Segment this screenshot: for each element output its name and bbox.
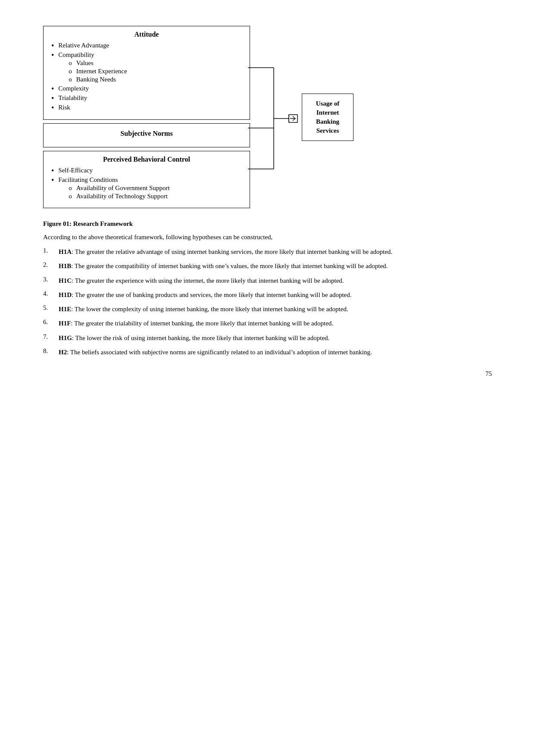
attitude-box: Attitude Relative Advantage Compatibilit… [43, 26, 250, 120]
subjective-norms-title: Subjective Norms [51, 130, 242, 137]
hypothesis-item: 8.H2: The beliefs associated with subjec… [43, 347, 492, 357]
attitude-list: Relative Advantage Compatibility Values … [51, 42, 242, 112]
outcome-box: Usage of Internet Banking Services [302, 94, 354, 141]
sub-item: Availability of Technology Support [58, 193, 169, 200]
hyp-content: : The lower the complexity of using inte… [71, 306, 348, 312]
list-item: Risk [51, 104, 242, 112]
sub-list: Values Internet Experience Banking Needs [58, 59, 127, 83]
hyp-content: : The greater the compatibility of inter… [71, 262, 388, 269]
sub-item: Banking Needs [58, 76, 127, 83]
item-label: Compatibility Values Internet Experience… [58, 51, 127, 84]
sub-item: Availability of Government Support [58, 184, 169, 192]
intro-text: According to the above theoretical frame… [43, 234, 492, 241]
hyp-content: : The greater the use of banking product… [72, 291, 352, 298]
hyp-number: 7. [43, 333, 59, 341]
hyp-number: 4. [43, 290, 59, 297]
hyp-text: H1A: The greater the relative advantage … [59, 247, 392, 257]
hyp-number: 3. [43, 276, 59, 283]
connector-svg [248, 35, 304, 199]
item-label: Facilitating Conditions Availability of … [58, 176, 169, 201]
hyp-text: H1F: The greater the trialability of int… [59, 319, 333, 328]
pbc-list: Self-Efficacy Facilitating Conditions Av… [51, 167, 242, 201]
hyp-text: H1B: The greater the compatibility of in… [59, 261, 388, 271]
hyp-text: H1D: The greater the use of banking prod… [59, 290, 352, 300]
pbc-title: Perceived Behavioral Control [51, 156, 242, 163]
hypothesis-item: 3.H1C: The greater the experience with u… [43, 276, 492, 286]
left-boxes: Attitude Relative Advantage Compatibilit… [43, 26, 250, 208]
hyp-id: H2 [59, 349, 67, 356]
item-label: Relative Advantage [58, 42, 109, 49]
hyp-id: H1C [59, 277, 72, 284]
item-label: Risk [58, 104, 70, 111]
item-label: Complexity [58, 85, 89, 92]
hypothesis-item: 7.H1G: The lower the risk of using inter… [43, 333, 492, 343]
list-item: Relative Advantage [51, 42, 242, 50]
list-item: Facilitating Conditions Availability of … [51, 176, 242, 201]
list-item: Compatibility Values Internet Experience… [51, 51, 242, 84]
research-framework-diagram: Attitude Relative Advantage Compatibilit… [43, 26, 492, 208]
hyp-id: H1B [59, 262, 71, 269]
perceived-behavioral-control-box: Perceived Behavioral Control Self-Effica… [43, 151, 250, 208]
hyp-number: 8. [43, 347, 59, 355]
hyp-text: H2: The beliefs associated with subjecti… [59, 347, 372, 357]
page-number: 75 [43, 370, 492, 378]
attitude-title: Attitude [51, 31, 242, 38]
hyp-id: H1D [59, 291, 72, 298]
sub-item: Values [58, 59, 127, 67]
hyp-id: H1G [59, 334, 72, 341]
sub-list: Availability of Government Support Avail… [58, 184, 169, 200]
hyp-id: H1E [59, 306, 71, 312]
hypothesis-item: 6.H1F: The greater the trialability of i… [43, 319, 492, 328]
hyp-number: 1. [43, 247, 59, 254]
hypothesis-item: 4.H1D: The greater the use of banking pr… [43, 290, 492, 300]
hyp-number: 2. [43, 261, 59, 269]
hypothesis-item: 5.H1E: The lower the complexity of using… [43, 304, 492, 314]
hyp-content: : The beliefs associated with subjective… [67, 349, 372, 356]
hyp-text: H1E: The lower the complexity of using i… [59, 304, 348, 314]
hyp-content: : The greater the relative advantage of … [72, 248, 392, 255]
hypothesis-item: 2.H1B: The greater the compatibility of … [43, 261, 492, 271]
hyp-text: H1C: The greater the experience with usi… [59, 276, 344, 286]
subjective-norms-box: Subjective Norms [43, 123, 250, 147]
hyp-id: H1F [59, 320, 71, 327]
hyp-content: : The lower the risk of using internet b… [72, 334, 330, 341]
hypothesis-item: 1.H1A: The greater the relative advantag… [43, 247, 492, 257]
list-item: Trialability [51, 94, 242, 103]
hyp-text: H1G: The lower the risk of using interne… [59, 333, 329, 343]
hyp-number: 6. [43, 319, 59, 326]
sub-item: Internet Experience [58, 68, 127, 75]
hyp-content: : The greater the trialability of intern… [71, 320, 333, 327]
item-label: Trialability [58, 94, 87, 102]
item-label: Self-Efficacy [58, 167, 93, 174]
list-item: Complexity [51, 85, 242, 94]
connector-area [250, 35, 302, 199]
hyp-number: 5. [43, 304, 59, 312]
hyp-id: H1A [59, 248, 72, 255]
hypothesis-list: 1.H1A: The greater the relative advantag… [43, 247, 492, 357]
figure-caption: Figure 01: Research Framework [43, 220, 492, 228]
list-item: Self-Efficacy [51, 167, 242, 175]
hyp-content: : The greater the experience with using … [72, 277, 344, 284]
